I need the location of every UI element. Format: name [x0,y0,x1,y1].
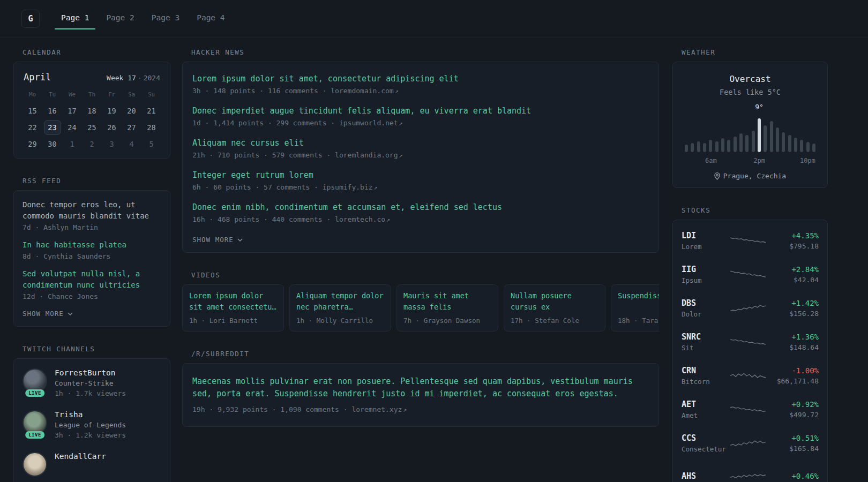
twitch-widget: TWITCH CHANNELS LIVE ForrestBurton Count… [13,345,170,482]
calendar-day: 17 [62,103,82,118]
calendar-day: 20 [122,103,141,118]
hn-item-title[interactable]: Lorem ipsum dolor sit amet, consectetur … [192,74,459,84]
hn-meta-text: 16h · 468 points · 440 comments · [192,215,331,223]
video-title[interactable]: Aliquam tempor dolor nec pharetra… [296,290,384,313]
stock-values: -1.00% $66,171.48 [770,366,819,385]
stock-price: $42.04 [770,276,819,284]
calendar-title-row: April Week 17·2024 [23,70,161,89]
stock-values: +0.46% [770,472,819,482]
calendar-day: 1 [62,137,82,152]
weather-bar [782,132,785,152]
avatar: LIVE [23,410,47,435]
hn-meta-text: 1d · 1,414 points · 299 comments · [192,119,335,127]
subreddit-post-title[interactable]: Maecenas mollis pulvinar erat non posuer… [192,375,649,401]
rss-item: Sed volutpat nulla nisl, a condimentum n… [23,268,161,300]
app-logo[interactable]: G [21,10,40,28]
stock-row[interactable]: AET Amet +0.92% $499.72 [682,393,819,426]
hn-domain-link[interactable]: loremdomain.com [331,87,393,95]
channel-category: Counter-Strike [55,379,126,387]
stock-row[interactable]: IIG Ipsum +2.84% $42.04 [682,258,819,291]
weather-bar [752,131,755,152]
stock-row[interactable]: SNRC Sit +1.36% $148.64 [682,325,819,359]
weather-bar [697,141,700,152]
stock-identity: DBS Dolor [682,298,725,318]
calendar-dayname: Sa [122,89,141,102]
hn-domain-link[interactable]: ipsumify.biz [323,183,373,191]
stock-name: Ipsum [682,276,725,284]
tab-page-1[interactable]: Page 1 [55,8,95,29]
twitch-channel[interactable]: LIVE ForrestBurton Counter-Strike 1h · 1… [23,368,161,397]
video-body: Lorem ipsum dolor sit amet consectetu… 1… [183,285,283,331]
twitch-header: TWITCH CHANNELS [23,345,170,353]
hn-show-more-button[interactable]: SHOW MORE [192,236,243,244]
videos-widget: VIDEOS Lorem ipsum dolor sit amet consec… [182,271,659,332]
stock-symbol: IIG [682,265,725,274]
right-column: WEATHER Overcast Feels like 5°C 9° 6am 2… [672,43,828,482]
calendar-card: April Week 17·2024 MoTuWeThFrSaSu1516171… [13,62,170,159]
stock-values: +2.84% $42.04 [770,265,819,284]
stock-price: $165.84 [770,445,819,453]
video-title[interactable]: Suspendisse diam [618,290,659,313]
stock-row[interactable]: AHS +0.46% [682,460,819,482]
stock-row[interactable]: LDI Lorem +4.35% $795.18 [682,224,819,258]
weather-bar [745,135,749,152]
calendar-day: 5 [141,137,161,152]
stock-change: +0.51% [770,434,819,442]
nav-tabs: Page 1 Page 2 Page 3 Page 4 [55,8,231,29]
stock-row[interactable]: CRN Bitcorn -1.00% $66,171.48 [682,359,819,393]
stock-row[interactable]: CCS Consectetur +0.51% $165.84 [682,426,819,460]
video-title[interactable]: Nullam posuere cursus ex [511,290,598,313]
avatar: LIVE [23,368,47,393]
hn-item-meta: 6h · 60 points · 57 comments · ipsumify.… [192,183,649,191]
hn-item-title[interactable]: Aliquam nec cursus elit [192,138,304,148]
rss-item-title[interactable]: Sed volutpat nulla nisl, a condimentum n… [23,268,161,291]
weather-bar [685,145,688,152]
weather-card: Overcast Feels like 5°C 9° 6am 2pm 10pm … [672,62,828,188]
twitch-channel[interactable]: LIVE Trisha League of Legends 3h · 1.2k … [23,410,161,439]
weather-bar [727,140,730,152]
channel-name[interactable]: Trisha [55,410,126,419]
video-title[interactable]: Lorem ipsum dolor sit amet consectetu… [189,290,277,313]
rss-item: In hac habitasse platea 8d · Cynthia Sau… [23,239,161,260]
calendar-month: April [24,72,51,82]
hn-item-meta: 16h · 468 points · 440 comments · loremt… [192,215,649,223]
subreddit-domain-link[interactable]: loremnet.xyz [351,405,402,413]
hn-domain-link[interactable]: ipsumworld.net [339,119,398,127]
hn-item-title[interactable]: Integer eget rutrum lorem [192,170,313,180]
hn-domain-link[interactable]: loremlandia.org [335,151,398,159]
hn-meta-text: 21h · 710 points · 579 comments · [192,151,331,159]
tab-page-2[interactable]: Page 2 [100,8,140,29]
stock-identity: CRN Bitcorn [682,366,725,386]
twitch-channel[interactable]: KendallCarr [23,452,161,477]
stock-change: +1.36% [770,333,819,341]
channel-name[interactable]: KendallCarr [55,452,106,461]
channel-name[interactable]: ForrestBurton [55,368,126,377]
weather-bar [776,127,779,152]
stock-price: $156.28 [770,310,819,318]
calendar-grid: MoTuWeThFrSaSu15161718192021222324252627… [23,89,161,152]
stock-values: +0.51% $165.84 [770,434,819,453]
stock-change: +4.35% [770,231,819,240]
weather-hour-label: 2pm [753,157,765,164]
video-meta: 1h · Lori Barnett [189,317,277,325]
stock-identity: AET Amet [682,400,725,419]
tab-page-4[interactable]: Page 4 [190,8,231,29]
rss-item-title[interactable]: In hac habitasse platea [23,239,161,251]
video-title[interactable]: Mauris sit amet massa felis [403,290,491,313]
hn-item-title[interactable]: Donec enim nibh, condimentum et accumsan… [192,202,502,212]
tab-page-3[interactable]: Page 3 [145,8,186,29]
weather-bar [703,143,706,152]
stock-sparkline [730,403,766,417]
hn-item-title[interactable]: Donec imperdiet augue tincidunt felis al… [192,106,531,116]
stock-row[interactable]: DBS Dolor +1.42% $156.28 [682,291,819,325]
channel-avatar-image [23,452,47,477]
subreddit-post-meta: 19h · 9,932 points · 1,090 comments · lo… [192,405,649,413]
rss-show-more-button[interactable]: SHOW MORE [23,310,73,318]
channel-category: League of Legends [55,421,126,429]
hn-domain-link[interactable]: loremtech.co [335,215,385,223]
rss-item-title[interactable]: Donec tempor eros leo, ut commodo mauris… [23,199,161,222]
calendar-day: 24 [62,120,82,135]
stock-sparkline [730,302,766,315]
calendar-day: 18 [82,103,102,118]
calendar-day: 19 [102,103,122,118]
